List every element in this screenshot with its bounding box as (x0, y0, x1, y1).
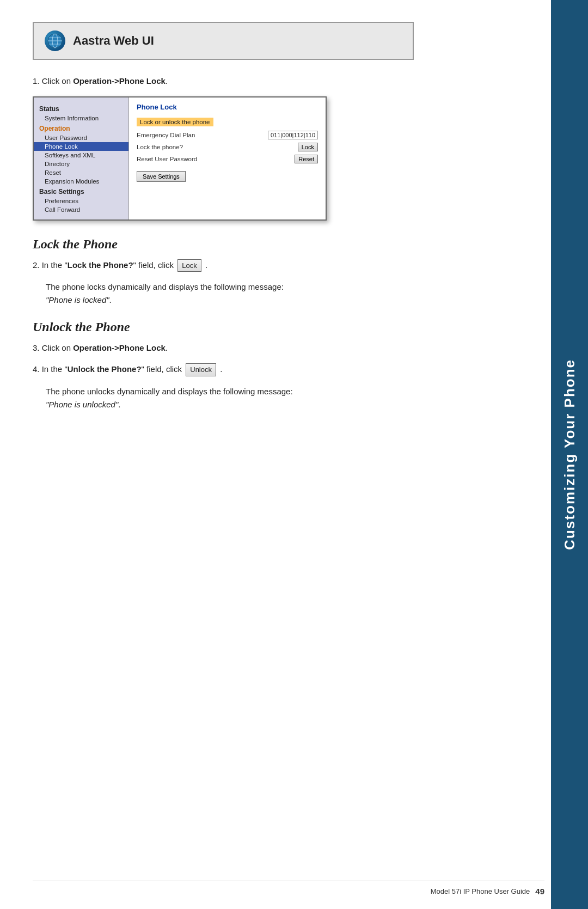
step3: 3. Click on Operation->Phone Lock. (33, 342, 479, 355)
sidebar-item-phone-lock[interactable]: Phone Lock (34, 142, 128, 151)
webui-page-title: Phone Lock (137, 103, 318, 111)
vertical-sidebar-text: Customizing Your Phone (561, 359, 578, 550)
footer-text: Model 57i IP Phone User Guide (431, 887, 530, 895)
sidebar-operation-header: Operation (34, 123, 128, 133)
step4-quoted: "Phone is unlocked" (46, 400, 118, 409)
sidebar-item-softkeys-xml[interactable]: Softkeys and XML (34, 151, 128, 160)
sidebar-item-directory[interactable]: Directory (34, 160, 128, 168)
step3-bold: Operation->Phone Lock (73, 343, 166, 352)
sidebar-item-user-password[interactable]: User Password (34, 133, 128, 142)
sidebar-item-preferences[interactable]: Preferences (34, 197, 128, 205)
sidebar-item-call-forward[interactable]: Call Forward (34, 205, 128, 214)
sidebar-basic-settings-header: Basic Settings (34, 186, 128, 197)
lock-button[interactable]: Lock (298, 143, 318, 151)
vertical-sidebar: Customizing Your Phone (551, 0, 588, 909)
step2-bold: Lock the Phone? (68, 260, 133, 270)
step1-number: 1. (33, 76, 40, 86)
emergency-value: 011|000|112|110 (268, 131, 318, 139)
sidebar-status-header: Status (34, 103, 128, 114)
footer-page-number: 49 (535, 887, 544, 896)
reset-button[interactable]: Reset (295, 155, 318, 163)
webui-sidebar: Status System Information Operation User… (34, 97, 129, 219)
aastra-header-box: Aastra Web UI (33, 22, 414, 60)
emergency-row: Emergency Dial Plan 011|000|112|110 (137, 131, 318, 139)
unlock-inline-button[interactable]: Unlock (186, 363, 216, 376)
emergency-label: Emergency Dial Plan (137, 132, 268, 138)
lock-label: Lock the phone? (137, 144, 298, 150)
step4: 4. In the "Unlock the Phone?" field, cli… (33, 363, 479, 376)
step3-number: 3. (33, 343, 40, 352)
lock-inline-button[interactable]: Lock (177, 259, 201, 272)
reset-row: Reset User Password Reset (137, 155, 318, 163)
step4-number: 4. (33, 364, 40, 374)
step1: 1. Click on Operation->Phone Lock. (33, 75, 479, 88)
globe-icon (45, 30, 65, 51)
sidebar-item-expansion-modules[interactable]: Expansion Modules (34, 177, 128, 186)
step4-detail: The phone unlocks dynamically and displa… (46, 385, 479, 411)
lock-section-heading: Lock the Phone (33, 237, 479, 252)
page-footer: Model 57i IP Phone User Guide 49 (33, 881, 544, 896)
reset-label: Reset User Password (137, 156, 295, 162)
step2: 2. In the "Lock the Phone?" field, click… (33, 259, 479, 272)
step1-bold: Operation->Phone Lock (73, 76, 166, 86)
webui-main: Phone Lock Lock or unlock the phone Emer… (129, 97, 326, 219)
save-settings-button[interactable]: Save Settings (137, 171, 186, 182)
webui-screenshot: Status System Information Operation User… (33, 96, 327, 221)
step2-detail: The phone locks dynamically and displays… (46, 280, 479, 307)
step2-quoted: "Phone is locked" (46, 295, 109, 304)
sidebar-item-reset[interactable]: Reset (34, 168, 128, 177)
step2-number: 2. (33, 260, 40, 270)
aastra-header-title: Aastra Web UI (73, 34, 154, 48)
unlock-section-heading: Unlock the Phone (33, 320, 479, 334)
sidebar-item-system-info[interactable]: System Information (34, 114, 128, 123)
step4-bold: Unlock the Phone? (68, 364, 142, 374)
lock-row: Lock the phone? Lock (137, 143, 318, 151)
webui-highlight-bar: Lock or unlock the phone (137, 118, 213, 126)
